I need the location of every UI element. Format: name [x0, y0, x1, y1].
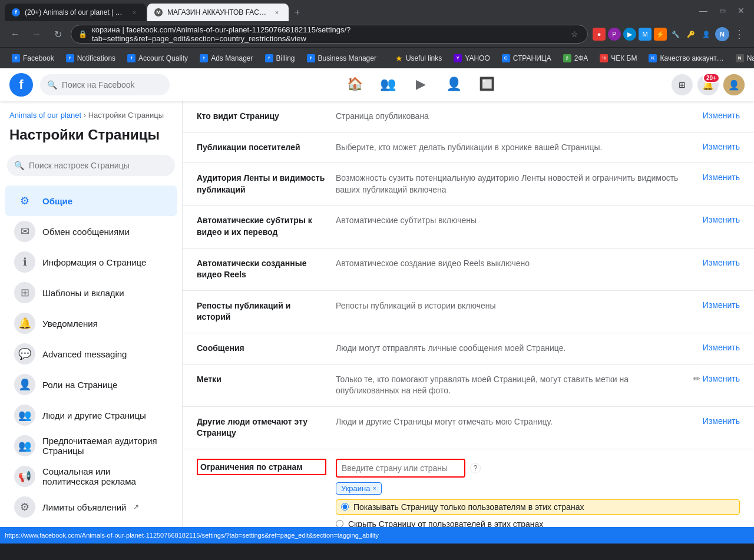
- nav-home[interactable]: 🏠: [339, 71, 370, 99]
- edit-reels[interactable]: Изменить: [703, 258, 740, 267]
- tab-2[interactable]: М МАГАЗИН АККАУНТОВ FACEBO… ×: [147, 4, 289, 21]
- radio-hide-input[interactable]: [336, 520, 343, 527]
- address-bar[interactable]: 🔒 корзина | facebook.com/Animals-of-our-…: [71, 25, 588, 44]
- edit-visitor-posts[interactable]: Изменить: [703, 142, 740, 151]
- edit-tags[interactable]: ✏Изменить: [693, 374, 740, 383]
- edit-messages[interactable]: Изменить: [703, 343, 740, 352]
- radio-show-only[interactable]: Показывать Страницу только пользователям…: [336, 499, 740, 515]
- bookmark-ads-manager[interactable]: f Ads Manager: [195, 52, 257, 65]
- star-icon: ★: [395, 54, 403, 63]
- nav-pages[interactable]: 🔲: [471, 71, 502, 99]
- radio-show-input[interactable]: [341, 503, 349, 511]
- extension-icon-6[interactable]: 🔧: [669, 28, 682, 41]
- close-button[interactable]: ✕: [733, 2, 749, 19]
- messaging-icon: ✉: [14, 221, 35, 242]
- sidebar-search-box[interactable]: 🔍: [7, 155, 175, 176]
- edit-who-sees[interactable]: Изменить: [703, 111, 740, 120]
- edit-tagging[interactable]: Изменить: [703, 416, 740, 426]
- bookmark-chek-bm[interactable]: Ч ЧЕК БМ: [595, 52, 641, 65]
- notifications-button[interactable]: 🔔 20+: [697, 74, 719, 95]
- sidebar-item-templates[interactable]: ⊞ Шаблоны и вкладки: [5, 277, 177, 308]
- extension-icon-8[interactable]: 👤: [700, 28, 713, 41]
- bookmark-business[interactable]: f Business Manager: [302, 52, 381, 65]
- minimize-button[interactable]: —: [695, 2, 712, 19]
- forward-button[interactable]: →: [28, 26, 45, 42]
- sidebar-item-notifications[interactable]: 🔔 Уведомления: [5, 308, 177, 339]
- edit-reposts[interactable]: Изменить: [703, 300, 740, 310]
- sidebar-item-branded[interactable]: ⭐ Брендированный контент: [5, 522, 177, 527]
- extension-icon-7[interactable]: 🔑: [684, 28, 697, 41]
- bookmark-favicon-aq: f: [127, 54, 135, 62]
- sidebar-item-roles[interactable]: 👤 Роли на Странице: [5, 369, 177, 400]
- tag-close-icon[interactable]: ×: [373, 485, 376, 492]
- sidebar-item-people[interactable]: 👥 Люди и другие Страницы: [5, 400, 177, 430]
- fb-search-input[interactable]: [62, 80, 165, 90]
- label-reposts: Репосты публикаций и историй: [197, 300, 326, 323]
- browser-actions: ● P ▶ M ⚡ 🔧 🔑 👤 N ⋮: [593, 27, 747, 41]
- sidebar-item-limits[interactable]: ⚙ Лимиты объявлений ↗: [5, 492, 177, 522]
- new-tab-button[interactable]: +: [290, 4, 305, 21]
- bookmark-label-kachestvo: Качество аккаунт…: [660, 54, 723, 62]
- kebab-menu[interactable]: ⋮: [732, 28, 747, 41]
- bookmark-favicon-chek: Ч: [600, 54, 608, 62]
- sidebar-item-social[interactable]: 📢 Социальная или политическая реклама: [5, 461, 177, 492]
- sidebar-search-input[interactable]: [29, 161, 168, 170]
- sidebar-item-audience[interactable]: 👥 Предпочитаемая аудитория Страницы: [5, 430, 177, 461]
- edit-subtitles[interactable]: Изменить: [703, 215, 740, 224]
- bookmark-notifications[interactable]: f Notifications: [61, 52, 120, 65]
- bookmark-2fa[interactable]: 2 2ФА: [558, 52, 593, 65]
- nav-groups[interactable]: 👤: [438, 71, 469, 99]
- extension-icon-5[interactable]: ⚡: [654, 28, 667, 41]
- bookmark-favicon-notifications: f: [66, 54, 74, 62]
- value-audience: Возможность сузить потенциальную аудитор…: [336, 173, 693, 195]
- nav-friends[interactable]: 👥: [372, 71, 403, 99]
- sidebar-item-messaging[interactable]: ✉ Обмен сообщениями: [5, 216, 177, 247]
- country-input[interactable]: [336, 459, 465, 478]
- bookmark-billing[interactable]: f Billing: [260, 52, 300, 65]
- value-tagging: Люди и другие Страницы могут отмечать мо…: [336, 416, 693, 428]
- extension-icon-1[interactable]: ●: [593, 28, 606, 41]
- reload-button[interactable]: ↻: [49, 26, 66, 42]
- bookmark-useful-links[interactable]: ★ Useful links: [391, 51, 447, 65]
- extension-icon-2[interactable]: P: [608, 28, 621, 41]
- breadcrumb: Animals of our planet › Настройки Страни…: [0, 106, 182, 124]
- bookmark-kachestvo[interactable]: K Качество аккаунт…: [644, 52, 728, 65]
- tab-2-favicon: М: [154, 8, 163, 16]
- fb-logo[interactable]: f: [9, 73, 33, 97]
- bookmark-facebook[interactable]: f Facebook: [7, 52, 59, 65]
- tab-2-close[interactable]: ×: [272, 8, 282, 17]
- bookmark-account-quality[interactable]: f Account Quality: [123, 52, 193, 65]
- tab-1[interactable]: f (20+) Animals of our planet | Fac… ×: [5, 4, 146, 21]
- fb-content: Кто видит Страницу Страница опубликована…: [183, 101, 754, 527]
- sidebar-item-advanced-messaging[interactable]: 💬 Advanced messaging: [5, 339, 177, 369]
- country-help-icon[interactable]: ?: [470, 463, 481, 473]
- maximize-button[interactable]: ▭: [714, 2, 730, 19]
- bookmark-stranica[interactable]: С СТРАНИЦА: [497, 52, 556, 65]
- breadcrumb-parent[interactable]: Animals of our planet: [9, 111, 81, 120]
- label-visitor-posts: Публикации посетителей: [197, 142, 326, 154]
- back-button[interactable]: ←: [7, 26, 24, 42]
- tab-1-close[interactable]: ×: [130, 8, 139, 17]
- extension-icon-3[interactable]: ▶: [623, 28, 636, 41]
- sidebar-item-info[interactable]: ℹ Информация о Странице: [5, 247, 177, 277]
- radio-hide-from[interactable]: Скрыть Страницу от пользователей в этих …: [336, 519, 740, 527]
- sidebar-item-label-audience: Предпочитаемая аудитория Страницы: [42, 436, 168, 456]
- value-tags: Только те, кто помогают управлять моей С…: [336, 374, 684, 397]
- label-tagging: Другие люди отмечают эту Страницу: [197, 416, 326, 439]
- sidebar-item-obschie[interactable]: ⚙ Общие: [5, 185, 177, 216]
- apps-button[interactable]: ⊞: [672, 74, 693, 95]
- tab-1-favicon: f: [12, 8, 20, 16]
- bookmark-yahoo[interactable]: Y YAHOO: [449, 52, 494, 65]
- profile-button[interactable]: N: [715, 27, 729, 41]
- sidebar-item-label-notifications: Уведомления: [42, 319, 98, 329]
- bookmark-name[interactable]: N Name: [731, 52, 754, 65]
- bookmark-star-icon[interactable]: ☆: [568, 28, 580, 40]
- radio-show-label: Показывать Страницу только пользователям…: [353, 502, 584, 512]
- edit-audience[interactable]: Изменить: [703, 173, 740, 182]
- extension-icon-4[interactable]: M: [639, 28, 652, 41]
- nav-watch[interactable]: ▶: [405, 71, 436, 99]
- settings-row-country-restrictions: Ограничения по странам ? Украина ×: [183, 449, 754, 527]
- bookmark-favicon-facebook: f: [12, 54, 20, 62]
- fb-search-box[interactable]: 🔍: [40, 74, 170, 95]
- user-avatar[interactable]: 👤: [723, 74, 745, 95]
